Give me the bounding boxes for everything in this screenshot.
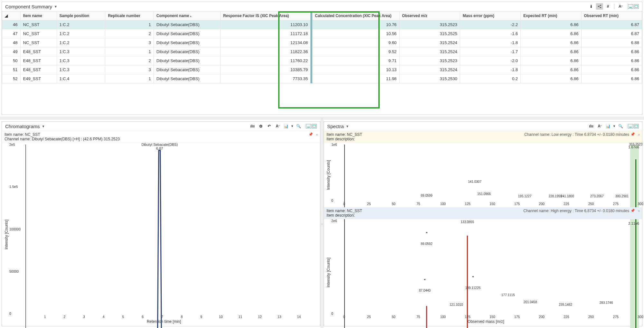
close-icon[interactable]: × bbox=[316, 132, 318, 137]
summary-title-dropdown[interactable]: Component Summary ▼ bbox=[5, 4, 57, 9]
chrom-title-text: Chromatograms bbox=[5, 124, 40, 129]
vertical-splitter[interactable] bbox=[320, 120, 324, 328]
caret-down-icon: ▼ bbox=[346, 125, 349, 128]
summary-header: Component Summary ▼ 🌡 # A° bbox=[2, 2, 642, 11]
font-size-icon[interactable]: A° bbox=[617, 3, 624, 10]
chart-icon[interactable]: 📊 bbox=[282, 123, 289, 129]
chrom-channel-name: Channel name: Dibutyl Sebacate(DBS) [+H]… bbox=[5, 137, 317, 141]
spectra-low-plot-area[interactable]: 1.67e6 89.0599141.0307151.0966195.122722… bbox=[344, 145, 640, 201]
chrom-toolbar: ılıı ✿ ↶ A° 📊 ▼ 🔍 bbox=[249, 123, 317, 129]
spectra-high-channel: Channel name: High energy : Time 6.8734 … bbox=[523, 209, 629, 213]
separator bbox=[614, 4, 614, 9]
y-axis-label: Intensity [Counts] bbox=[326, 221, 331, 324]
col-calculated-conc[interactable]: Calculated Concentration (XIC Peak Area) bbox=[311, 12, 399, 20]
undo-icon[interactable]: ↶ bbox=[266, 123, 273, 129]
spectra-low-desc: Item description: bbox=[327, 137, 639, 141]
table-row[interactable]: 50E48_SST1:C.32Dibutyl Sebacate(DBS)1176… bbox=[2, 56, 642, 65]
pin-icon[interactable]: 📌 bbox=[630, 209, 635, 213]
zoom-icon[interactable]: 🔍 bbox=[295, 123, 302, 129]
zoom-icon[interactable]: 🔍 bbox=[617, 123, 624, 129]
chrom-item-name: Item name: NC_SST bbox=[5, 132, 317, 137]
spectra-header: Spectra ▼ ılıı A° 📊 ▼ 🔍 bbox=[324, 122, 642, 131]
table-row[interactable]: 52E49_SST1:C.41Dibutyl Sebacate(DBS)7733… bbox=[2, 74, 642, 83]
close-icon[interactable]: × bbox=[638, 209, 640, 213]
col-mass-error[interactable]: Mass error (ppm) bbox=[460, 12, 520, 20]
caret-down-icon: ▼ bbox=[613, 125, 616, 128]
caret-down-icon: ▼ bbox=[291, 125, 294, 128]
chromatograms-panel: Chromatograms ▼ ılıı ✿ ↶ A° 📊 ▼ 🔍 bbox=[2, 121, 320, 326]
col-component-name[interactable]: Component name bbox=[154, 12, 220, 20]
horizontal-splitter[interactable] bbox=[0, 117, 644, 120]
spectra-panel: Spectra ▼ ılıı A° 📊 ▼ 🔍 Item name bbox=[324, 121, 642, 326]
x-ticks: 0255075100125150175200225250275300 bbox=[344, 314, 640, 319]
chrom-info-band: Item name: NC_SST Channel name: Dibutyl … bbox=[2, 131, 320, 143]
pin-icon[interactable]: 📌 bbox=[630, 132, 635, 136]
bars-icon[interactable]: ılıı bbox=[249, 123, 256, 129]
table-row[interactable]: 49E48_SST1:C.31Dibutyl Sebacate(DBS)1182… bbox=[2, 47, 642, 56]
share-icon[interactable] bbox=[596, 3, 603, 10]
minimize-icon[interactable] bbox=[628, 4, 633, 9]
spectra-low-info: Item name: NC_SST Item description: Chan… bbox=[324, 131, 642, 143]
col-expected-rt[interactable]: Expected RT (min) bbox=[521, 12, 581, 20]
chrom-plot-area[interactable]: Dibutyl Sebacate(DBS)6.87 bbox=[25, 145, 318, 314]
spectra-high-topval: 2.11e6 bbox=[628, 221, 639, 225]
y-axis-label: Intensity [Counts] bbox=[4, 145, 9, 324]
maximize-icon[interactable] bbox=[634, 124, 639, 128]
summary-title-text: Component Summary bbox=[5, 4, 52, 9]
maximize-icon[interactable] bbox=[312, 124, 317, 128]
chrom-header: Chromatograms ▼ ılıı ✿ ↶ A° 📊 ▼ 🔍 bbox=[2, 122, 320, 131]
caret-down-icon: ▼ bbox=[42, 125, 45, 128]
table-row[interactable]: 46NC_SST1:C.21Dibutyl Sebacate(DBS)11203… bbox=[2, 20, 642, 29]
chart-icon[interactable]: 📊 bbox=[604, 123, 611, 129]
y-ticks: 01e6 bbox=[331, 145, 344, 201]
col-observed-mz[interactable]: Observed m/z bbox=[399, 12, 460, 20]
spectra-title-text: Spectra bbox=[327, 124, 344, 129]
font-size-icon[interactable]: A° bbox=[596, 123, 603, 129]
spectra-high-plot-area[interactable]: 2.11e6 87.0440⚭89.0592⚭121.1010133.08551… bbox=[344, 221, 640, 314]
col-replicate[interactable]: Replicate number bbox=[105, 12, 154, 20]
caret-down-icon: ▼ bbox=[54, 5, 57, 8]
gear-icon[interactable]: ✿ bbox=[257, 123, 264, 129]
y-axis-label: Intensity [Counts] bbox=[326, 145, 331, 206]
table-row[interactable]: 51E48_SST1:C.33Dibutyl Sebacate(DBS)1038… bbox=[2, 65, 642, 74]
bars-icon[interactable]: ılıı bbox=[588, 123, 595, 129]
col-item-name[interactable]: Item name bbox=[20, 12, 57, 20]
y-ticks: 0500001000001.5e52e5 bbox=[9, 145, 25, 314]
svg-point-1 bbox=[600, 5, 601, 6]
minimize-icon[interactable] bbox=[628, 124, 633, 128]
table-row[interactable]: 48NC_SST1:C.23Dibutyl Sebacate(DBS)12134… bbox=[2, 38, 642, 47]
summary-toolbar: 🌡 # A° bbox=[588, 3, 639, 10]
spectra-low-chart[interactable]: Intensity [Counts] 01e6 1.67e6 89.059914… bbox=[324, 143, 642, 207]
col-sort-indicator[interactable]: ◢ bbox=[2, 12, 21, 20]
x-ticks: 1234567891011121314 bbox=[25, 314, 318, 319]
chrom-chart[interactable]: Intensity [Counts] 0500001000001.5e52e5 bbox=[2, 143, 320, 326]
summary-grid[interactable]: ◢ Item name Sample position Replicate nu… bbox=[2, 11, 642, 115]
minimize-icon[interactable] bbox=[306, 124, 311, 128]
component-summary-panel: Component Summary ▼ 🌡 # A° bbox=[2, 2, 642, 115]
col-response-factor[interactable]: Response Factor IS (XIC Peak Area) bbox=[221, 12, 312, 20]
spectra-title-dropdown[interactable]: Spectra ▼ bbox=[327, 124, 349, 129]
hash-icon[interactable]: # bbox=[604, 3, 611, 10]
y-ticks: 02e6 bbox=[331, 221, 344, 314]
spectra-toolbar: ılıı A° 📊 ▼ 🔍 bbox=[588, 123, 639, 129]
spectra-low-channel: Channel name: Low energy : Time 6.8734 +… bbox=[524, 132, 629, 137]
pin-icon[interactable]: 📌 bbox=[308, 132, 313, 136]
maximize-icon[interactable] bbox=[634, 4, 639, 9]
close-icon[interactable]: × bbox=[638, 132, 640, 137]
x-ticks: 0255075100125150175200225250275300 bbox=[344, 201, 640, 206]
font-size-icon[interactable]: A° bbox=[274, 123, 281, 129]
thermometer-icon[interactable]: 🌡 bbox=[588, 3, 595, 10]
chrom-title-dropdown[interactable]: Chromatograms ▼ bbox=[5, 124, 45, 129]
grid-header-row: ◢ Item name Sample position Replicate nu… bbox=[2, 12, 642, 20]
spectra-high-desc: Item description: bbox=[327, 213, 639, 218]
peak-label: Dibutyl Sebacate(DBS)6.87 bbox=[141, 143, 178, 150]
col-sample-position[interactable]: Sample position bbox=[57, 12, 105, 20]
svg-point-2 bbox=[600, 7, 601, 8]
table-row[interactable]: 47NC_SST1:C.22Dibutyl Sebacate(DBS)11172… bbox=[2, 29, 642, 38]
spectra-high-info: Item name: NC_SST Item description: Chan… bbox=[324, 207, 642, 219]
col-observed-rt[interactable]: Observed RT (min) bbox=[581, 12, 642, 20]
spectra-high-chart[interactable]: Intensity [Counts] 02e6 2.11e6 87.0440⚭8… bbox=[324, 219, 642, 326]
